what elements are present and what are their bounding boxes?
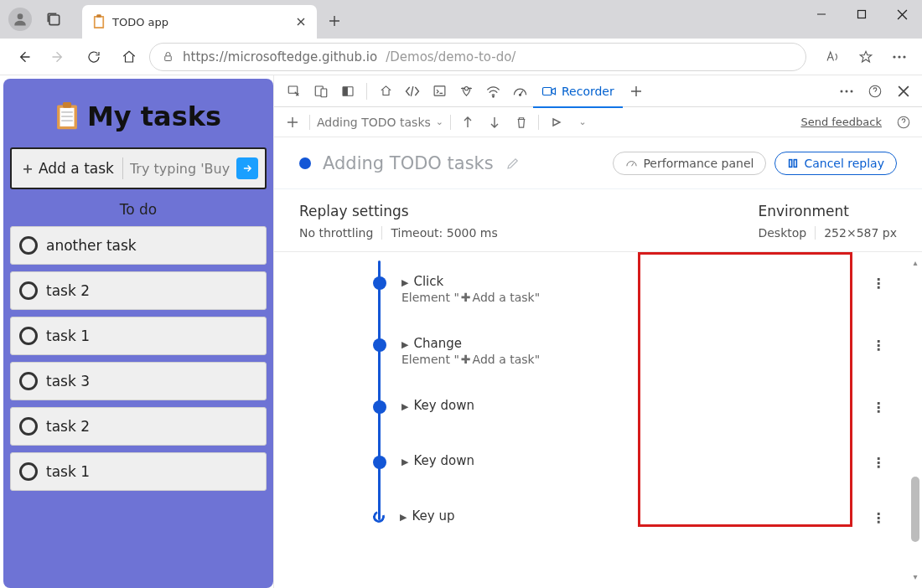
svg-rect-18 — [321, 89, 327, 97]
close-window-button[interactable] — [882, 0, 922, 28]
collections-icon[interactable] — [42, 8, 65, 31]
step-title: ▶Key down — [401, 453, 474, 468]
add-tab-button[interactable] — [623, 78, 650, 105]
app-title: My tasks — [87, 101, 221, 132]
svg-rect-5 — [858, 11, 866, 18]
console-icon[interactable] — [426, 78, 453, 105]
plus-icon: ＋ — [20, 158, 35, 178]
more-tools-icon[interactable] — [833, 78, 860, 105]
add-task-input[interactable] — [130, 161, 233, 177]
device-emulation-icon[interactable] — [308, 78, 334, 105]
task-item[interactable]: task 1 — [10, 317, 267, 355]
svg-rect-20 — [344, 87, 348, 95]
task-checkbox[interactable] — [19, 236, 38, 255]
send-feedback-link[interactable]: Send feedback — [800, 116, 882, 128]
forward-button — [44, 42, 74, 72]
performance-icon[interactable] — [506, 78, 533, 105]
minimize-button[interactable] — [801, 0, 842, 28]
task-label: task 1 — [46, 328, 90, 344]
svg-rect-32 — [795, 159, 797, 167]
edit-name-icon[interactable] — [505, 156, 521, 171]
svg-point-0 — [18, 13, 23, 19]
replay-icon[interactable] — [546, 112, 566, 132]
task-checkbox[interactable] — [19, 281, 38, 300]
maximize-button[interactable] — [842, 0, 882, 28]
svg-rect-25 — [543, 87, 552, 95]
timeline-step[interactable]: ▶Key up⋮ — [373, 508, 922, 524]
url-path: /Demos/demo-to-do/ — [386, 49, 515, 64]
export-icon[interactable] — [484, 112, 505, 132]
timeline-step[interactable]: ▶ClickElement "✚ Add a task"⋮ — [373, 274, 922, 304]
add-task-bar: ＋ Add a task — [10, 147, 267, 189]
address-bar[interactable]: https://microsoftedge.github.io/Demos/de… — [149, 43, 806, 71]
cancel-replay-button[interactable]: Cancel replay — [774, 152, 897, 175]
more-icon[interactable] — [885, 43, 914, 71]
delete-icon[interactable] — [511, 112, 531, 132]
task-item[interactable]: task 2 — [10, 407, 267, 446]
scrollbar[interactable]: ▴ ▾ — [911, 259, 919, 581]
timeline-step[interactable]: ▶Key down⋮ — [373, 398, 922, 414]
task-checkbox[interactable] — [19, 327, 38, 345]
step-title: ▶Key up — [400, 508, 454, 524]
task-checkbox[interactable] — [19, 372, 38, 390]
svg-point-27 — [846, 90, 848, 92]
browser-tab[interactable]: TODO app — [82, 5, 317, 39]
recorder-icon — [541, 85, 557, 97]
tab-recorder[interactable]: Recorder — [533, 75, 623, 107]
refresh-button[interactable] — [79, 42, 109, 72]
replay-speed-icon[interactable]: ⌄ — [572, 112, 593, 132]
task-checkbox[interactable] — [19, 462, 38, 481]
submit-task-button[interactable] — [236, 157, 258, 179]
import-icon[interactable] — [458, 112, 478, 132]
read-aloud-icon[interactable] — [818, 43, 847, 71]
recording-name: Adding TODO tasks — [323, 153, 494, 173]
help-icon[interactable] — [862, 78, 888, 105]
welcome-icon[interactable] — [372, 78, 399, 105]
back-button[interactable] — [8, 42, 39, 72]
step-node-icon — [373, 276, 386, 290]
step-menu-icon[interactable]: ⋮ — [872, 400, 886, 415]
sources-icon[interactable] — [453, 78, 479, 105]
task-item[interactable]: task 3 — [10, 362, 267, 400]
network-icon[interactable] — [479, 78, 506, 105]
svg-point-7 — [893, 55, 895, 58]
task-label: task 2 — [46, 418, 90, 435]
svg-rect-16 — [288, 86, 298, 93]
home-button[interactable] — [114, 42, 144, 72]
close-icon[interactable] — [293, 14, 308, 29]
close-devtools-button[interactable] — [890, 78, 917, 105]
devtools-panel: Recorder Adding TODO tasks ⌄ ⌄ — [273, 75, 922, 588]
task-label: task 2 — [46, 282, 90, 299]
task-checkbox[interactable] — [19, 417, 38, 436]
elements-icon[interactable] — [399, 78, 426, 105]
timeout-value[interactable]: Timeout: 5000 ms — [381, 226, 497, 240]
add-recording-button[interactable] — [282, 112, 303, 132]
step-menu-icon[interactable]: ⋮ — [872, 510, 886, 526]
new-tab-button[interactable] — [322, 8, 347, 34]
environment-heading: Environment — [758, 203, 849, 219]
dock-icon[interactable] — [334, 78, 361, 105]
step-menu-icon[interactable]: ⋮ — [872, 455, 886, 471]
task-item[interactable]: task 1 — [10, 452, 267, 491]
favorite-icon[interactable] — [852, 43, 880, 71]
step-title: ▶Change — [401, 336, 540, 351]
timeline-step[interactable]: ▶ChangeElement "✚ Add a task"⋮ — [373, 336, 922, 366]
step-detail: Element "✚ Add a task" — [401, 291, 540, 304]
recorder-help-icon[interactable] — [894, 112, 914, 132]
timeline-step[interactable]: ▶Key down⋮ — [373, 453, 922, 469]
step-menu-icon[interactable]: ⋮ — [872, 338, 886, 353]
step-menu-icon[interactable]: ⋮ — [872, 276, 886, 291]
profile-avatar[interactable] — [8, 8, 32, 31]
env-dimensions: 252×587 px — [815, 226, 897, 240]
task-label: task 3 — [46, 373, 90, 389]
task-item[interactable]: task 2 — [10, 271, 267, 310]
svg-point-8 — [898, 55, 900, 58]
throttling-value[interactable]: No throttling — [299, 226, 373, 240]
inspect-icon[interactable] — [281, 78, 308, 105]
task-item[interactable]: another task — [10, 226, 267, 265]
recording-dropdown[interactable]: Adding TODO tasks ⌄ — [317, 116, 443, 129]
svg-rect-12 — [63, 102, 71, 108]
performance-panel-button[interactable]: Performance panel — [613, 152, 766, 175]
task-label: task 1 — [46, 463, 90, 480]
step-node-icon — [371, 509, 387, 525]
